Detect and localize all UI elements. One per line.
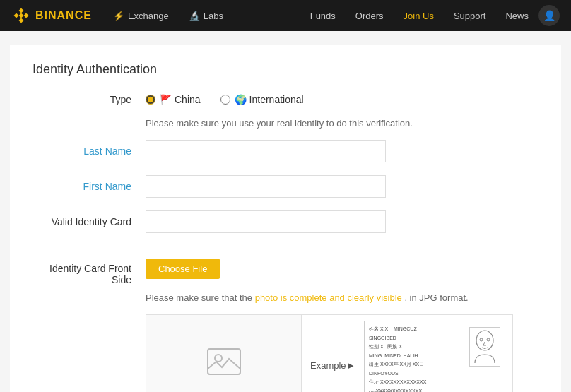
- id-front-label: Identity Card Front Side: [33, 259, 146, 285]
- nav-right: Funds Orders Join Us Support News 👤: [300, 0, 560, 31]
- svg-marker-4: [19, 13, 24, 18]
- china-label: 🚩 China: [160, 94, 201, 105]
- identity-form: Type 🚩 China 🌍 International: [33, 94, 538, 392]
- labs-icon: 🔬: [189, 11, 200, 21]
- last-name-label: Last Name: [33, 145, 146, 157]
- id-card-example: 姓名 X X MINGCUZ SINGGIBED 性别 X 民族 X MING …: [364, 321, 505, 392]
- binance-logo-icon: [11, 6, 31, 25]
- valid-id-row: Valid Identity Card: [33, 210, 538, 233]
- radio-international[interactable]: 🌍 International: [220, 94, 304, 105]
- nav-labs[interactable]: 🔬 Labs: [179, 0, 233, 31]
- radio-international-input[interactable]: [220, 95, 230, 105]
- radio-china[interactable]: 🚩 China: [146, 94, 201, 105]
- id-card-face-sketch: [469, 327, 500, 367]
- upload-preview-area: Example ▶ 姓名 X X MINGCUZ SINGGIBED 性别 X …: [146, 314, 513, 392]
- id-line-2: 性别 X 民族 X: [369, 343, 468, 351]
- exchange-icon: ⚡: [113, 11, 124, 21]
- id-line-4: 出生 XXXX年 XX月 XX日: [369, 361, 468, 369]
- example-panel: Example ▶ 姓名 X X MINGCUZ SINGGIBED 性别 X …: [302, 315, 512, 392]
- id-line-1: 姓名 X X MINGCUZ: [369, 326, 468, 333]
- svg-point-8: [480, 338, 483, 341]
- placeholder-icon: [206, 348, 242, 382]
- type-label: Type: [33, 94, 146, 105]
- svg-point-9: [487, 338, 490, 341]
- first-name-row: First Name: [33, 175, 538, 198]
- id-line-singgibeo: SINGGIBED: [369, 335, 468, 343]
- last-name-input[interactable]: [146, 140, 386, 162]
- nav-orders[interactable]: Orders: [346, 0, 394, 31]
- svg-marker-2: [24, 13, 29, 18]
- valid-id-input[interactable]: [146, 210, 386, 233]
- china-flag: 🚩: [160, 94, 172, 105]
- id-line-3: MING MINED HALIH: [369, 352, 468, 360]
- user-icon: 👤: [543, 10, 555, 21]
- main-content: Identity Authentication Type 🚩 China 🌍 I: [10, 45, 561, 392]
- type-row: Type 🚩 China 🌍 International: [33, 94, 538, 105]
- example-arrow-icon: ▶: [348, 361, 353, 370]
- last-name-row: Last Name: [33, 140, 538, 162]
- image-preview: [146, 315, 302, 392]
- navbar: BINANCE ⚡ Exchange 🔬 Labs Funds Orders J…: [0, 0, 571, 31]
- svg-marker-1: [14, 13, 19, 18]
- example-label: Example ▶: [310, 360, 353, 371]
- logo[interactable]: BINANCE: [11, 6, 92, 25]
- first-name-input[interactable]: [146, 175, 386, 198]
- photo-notice: Please make sure that the photo is compl…: [146, 292, 538, 303]
- nav-exchange[interactable]: ⚡ Exchange: [103, 0, 179, 31]
- radio-china-input[interactable]: [146, 95, 155, 105]
- id-front-upload-section: Identity Card Front Side Choose File: [33, 259, 538, 285]
- international-label: 🌍 International: [235, 94, 304, 105]
- user-avatar[interactable]: 👤: [538, 5, 560, 26]
- nav-funds[interactable]: Funds: [300, 0, 346, 31]
- svg-marker-3: [19, 18, 24, 23]
- logo-text: BINANCE: [35, 9, 92, 22]
- first-name-label: First Name: [33, 181, 146, 192]
- valid-id-label: Valid Identity Card: [33, 216, 146, 227]
- verification-notice: Please make sure you use your real ident…: [146, 118, 538, 129]
- nav-support[interactable]: Support: [444, 0, 496, 31]
- id-line-5: 住址 XXXXXXXXXXXXXX: [369, 379, 468, 386]
- svg-point-7: [476, 331, 493, 350]
- svg-marker-0: [19, 8, 24, 13]
- id-line-dinfoyous: DINFOYOUS: [369, 370, 468, 378]
- choose-file-button[interactable]: Choose File: [146, 259, 220, 279]
- nav-news[interactable]: News: [495, 0, 538, 31]
- svg-rect-5: [208, 349, 240, 374]
- page-title: Identity Authentication: [33, 62, 538, 77]
- type-radio-group: 🚩 China 🌍 International: [146, 94, 386, 105]
- international-flag: 🌍: [235, 94, 247, 105]
- svg-point-6: [215, 355, 222, 362]
- nav-join-us[interactable]: Join Us: [394, 0, 444, 31]
